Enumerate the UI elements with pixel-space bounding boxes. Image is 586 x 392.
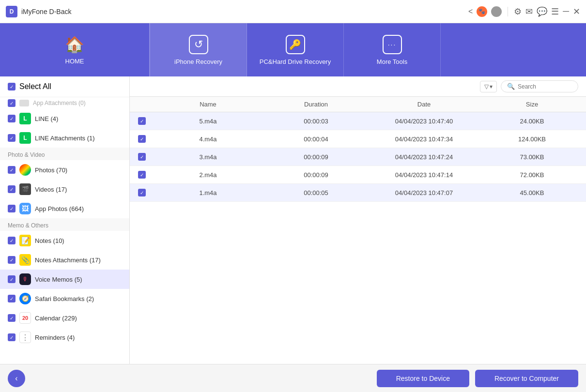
category-photo-video: Photo & Video	[0, 148, 129, 160]
table-row[interactable]: ✓ 3.m4a 00:00:09 04/04/2023 10:47:24 73.…	[130, 148, 586, 166]
safari-icon: 🧭	[19, 293, 31, 304]
row-duration: 00:00:09	[262, 171, 370, 179]
safari-checkbox[interactable]: ✓	[8, 295, 15, 302]
app-name: iMyFone D-Back	[21, 8, 468, 15]
home-icon: 🏠	[65, 35, 84, 54]
voice-label: Voice Memos (5)	[35, 276, 82, 283]
sidebar-item-notes[interactable]: ✓ 📝 Notes (10)	[0, 231, 129, 250]
search-icon: 🔍	[507, 83, 515, 90]
menu-icon[interactable]: ☰	[551, 6, 559, 17]
mail-icon[interactable]: ✉	[525, 6, 533, 17]
reminders-checkbox[interactable]: ✓	[8, 333, 15, 341]
back-button[interactable]: ‹	[8, 370, 25, 387]
notes-checkbox[interactable]: ✓	[8, 237, 15, 244]
row-checkbox[interactable]: ✓	[130, 153, 154, 161]
reminders-label: Reminders (4)	[35, 334, 75, 341]
sidebar-item-videos[interactable]: ✓ 🎬 Videos (17)	[0, 180, 129, 199]
chat-icon[interactable]: 💬	[537, 6, 547, 17]
nav-bar: 🏠 HOME ↺ iPhone Recovery 🔑 PC&Hard Drive…	[0, 23, 586, 76]
sidebar-item-notes-attachments[interactable]: ✓ 📎 Notes Attachments (17)	[0, 250, 129, 270]
badge-icon[interactable]: 🐾	[477, 6, 487, 17]
restore-to-device-button[interactable]: Restore to Device	[377, 370, 469, 387]
prev-item-label: App Attachments (0)	[33, 100, 86, 106]
close-icon[interactable]: ✕	[573, 6, 580, 17]
voice-icon: 🎙	[19, 273, 31, 285]
table-row[interactable]: ✓ 1.m4a 00:00:05 04/04/2023 10:47:07 45.…	[130, 184, 586, 202]
sidebar-item-voice-memos[interactable]: ✓ 🎙 Voice Memos (5)	[0, 270, 129, 289]
sidebar: ✓ Select All ✓ App Attachments (0) ✓ L L…	[0, 76, 130, 364]
sidebar-item-reminders[interactable]: ✓ ⋮ Reminders (4)	[0, 328, 129, 347]
row-checkbox[interactable]: ✓	[130, 135, 154, 143]
more-tools-icon: ···	[383, 35, 402, 54]
row-duration: 00:00:03	[262, 118, 370, 125]
row-name: 5.m4a	[154, 118, 262, 125]
row-size: 72.00KB	[478, 171, 586, 179]
app-photos-checkbox[interactable]: ✓	[8, 205, 15, 212]
voice-checkbox[interactable]: ✓	[8, 275, 15, 283]
col-date: Date	[370, 101, 478, 108]
nav-home[interactable]: 🏠 HOME	[0, 23, 150, 76]
row-size: 73.00KB	[478, 153, 586, 161]
minimize-icon[interactable]: ─	[563, 6, 569, 16]
row-name: 4.m4a	[154, 136, 262, 143]
content-toolbar: ▽ ▾ 🔍	[130, 76, 586, 97]
row-date: 04/04/2023 10:47:24	[370, 153, 478, 161]
avatar-icon[interactable]	[491, 6, 502, 17]
row-checkbox[interactable]: ✓	[130, 189, 154, 196]
table-row[interactable]: ✓ 5.m4a 00:00:03 04/04/2023 10:47:40 24.…	[130, 112, 586, 130]
app-logo: D	[6, 6, 17, 17]
notes-label: Notes (10)	[35, 237, 64, 244]
pc-icon: 🔑	[286, 35, 305, 54]
sidebar-item-line-attachments[interactable]: ✓ L LINE Attachments (1)	[0, 128, 129, 148]
line-att-icon: L	[19, 132, 31, 144]
photos-checkbox[interactable]: ✓	[8, 166, 15, 174]
row-duration: 00:00:05	[262, 189, 370, 196]
share-icon[interactable]: <	[468, 7, 473, 16]
line-att-checkbox[interactable]: ✓	[8, 134, 15, 142]
row-name: 1.m4a	[154, 189, 262, 196]
line-checkbox[interactable]: ✓	[8, 115, 15, 122]
row-checkbox[interactable]: ✓	[130, 171, 154, 179]
sidebar-item-safari[interactable]: ✓ 🧭 Safari Bookmarks (2)	[0, 289, 129, 308]
nav-iphone-recovery[interactable]: ↺ iPhone Recovery	[150, 23, 247, 76]
select-all-row[interactable]: ✓ Select All	[0, 76, 129, 97]
nav-pc-recovery[interactable]: 🔑 PC&Hard Drive Recovery	[247, 23, 344, 76]
recovery-icon: ↺	[189, 35, 208, 54]
row-date: 04/04/2023 10:47:40	[370, 118, 478, 125]
search-box[interactable]: 🔍	[501, 80, 578, 92]
sidebar-item-line-attachments-prev[interactable]: ✓ App Attachments (0)	[0, 97, 129, 109]
settings-icon[interactable]: ⚙	[514, 6, 522, 17]
cb[interactable]: ✓	[8, 99, 15, 107]
sidebar-item-app-photos[interactable]: ✓ 🖼 App Photos (664)	[0, 199, 129, 218]
calendar-icon: 20	[19, 312, 31, 324]
photos-icon	[19, 164, 31, 176]
table-row[interactable]: ✓ 4.m4a 00:00:04 04/04/2023 10:47:34 124…	[130, 130, 586, 148]
app-attachments-icon	[19, 100, 29, 106]
videos-checkbox[interactable]: ✓	[8, 185, 15, 193]
row-size: 45.00KB	[478, 189, 586, 196]
sidebar-item-calendar[interactable]: ✓ 20 Calendar (229)	[0, 308, 129, 328]
row-duration: 00:00:04	[262, 136, 370, 143]
title-bar-icons: < 🐾 ⚙ ✉ 💬 ☰ ─ ✕	[468, 6, 580, 17]
notes-att-label: Notes Attachments (17)	[35, 256, 101, 264]
recover-to-computer-button[interactable]: Recover to Computer	[475, 370, 578, 387]
app-photos-icon: 🖼	[19, 203, 31, 214]
table-row[interactable]: ✓ 2.m4a 00:00:09 04/04/2023 10:47:14 72.…	[130, 166, 586, 184]
table-body: ✓ 5.m4a 00:00:03 04/04/2023 10:47:40 24.…	[130, 112, 586, 202]
row-size: 124.00KB	[478, 136, 586, 143]
row-checkbox[interactable]: ✓	[130, 117, 154, 125]
table-header: Name Duration Date Size	[130, 97, 586, 112]
content-area: ▽ ▾ 🔍 Name Duration Date Size ✓ 5.m4a 00…	[130, 76, 586, 364]
filter-button[interactable]: ▽ ▾	[480, 81, 497, 92]
nav-iphone-label: iPhone Recovery	[174, 58, 222, 65]
select-all-checkbox[interactable]: ✓	[8, 83, 15, 90]
nav-more-label: More Tools	[377, 58, 407, 65]
category-memo-others: Memo & Others	[0, 218, 129, 231]
sidebar-item-photos[interactable]: ✓ Photos (70)	[0, 160, 129, 180]
search-input[interactable]	[518, 83, 572, 90]
calendar-checkbox[interactable]: ✓	[8, 314, 15, 322]
nav-more-tools[interactable]: ··· More Tools	[344, 23, 441, 76]
notes-att-checkbox[interactable]: ✓	[8, 256, 15, 264]
videos-label: Videos (17)	[35, 186, 67, 193]
sidebar-item-line[interactable]: ✓ L LINE (4)	[0, 109, 129, 128]
